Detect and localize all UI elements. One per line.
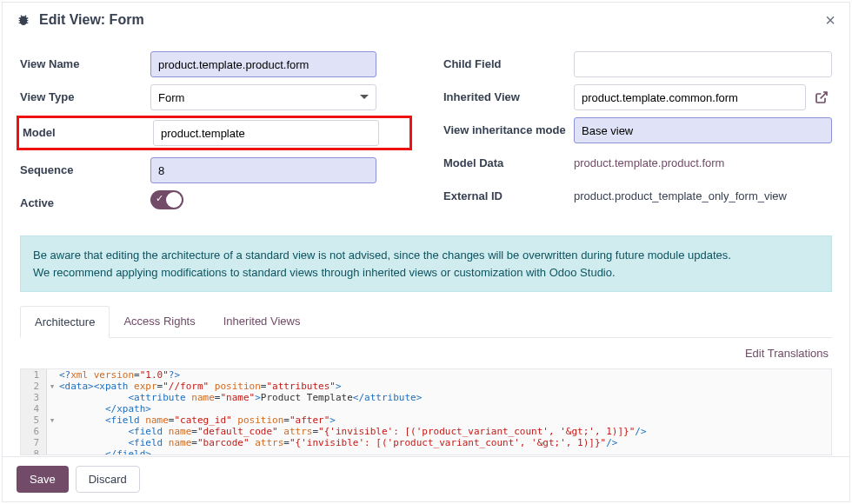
label-model-data: Model Data [443, 150, 574, 169]
child-field-input[interactable] [574, 51, 832, 77]
view-name-input[interactable] [150, 51, 376, 77]
external-id-text: product.product_template_only_form_view [574, 183, 787, 202]
bug-icon [17, 13, 30, 27]
modal-root: Edit View: Form × View Name View Type Fo… [2, 2, 850, 502]
alert-line-1: Be aware that editing the architecture o… [33, 247, 819, 264]
label-view-name: View Name [20, 51, 150, 70]
label-model: Model [23, 120, 153, 139]
left-column: View Name View Type Form Model Sequence [20, 51, 409, 223]
tab-inherited-views[interactable]: Inherited Views [210, 306, 315, 337]
modal-title: Edit View: Form [39, 12, 144, 28]
inherited-view-input[interactable] [574, 84, 806, 110]
label-external-id: External ID [443, 183, 574, 202]
tab-access-rights[interactable]: Access Rights [110, 306, 209, 337]
sequence-input[interactable] [150, 157, 376, 183]
edit-translations-link[interactable]: Edit Translations [20, 338, 832, 368]
warning-alert: Be aware that editing the architecture o… [20, 235, 832, 292]
modal-header: Edit View: Form × [3, 3, 849, 37]
label-active: Active [20, 190, 150, 209]
close-icon[interactable]: × [825, 11, 835, 29]
tab-architecture[interactable]: Architecture [20, 306, 110, 338]
alert-line-2: We recommend applying modifications to s… [33, 264, 819, 282]
model-data-link[interactable]: product.template.product.form [574, 150, 724, 169]
tabs-bar: Architecture Access Rights Inherited Vie… [20, 306, 832, 338]
code-editor[interactable]: 1 <?xml version="1.0"?> 2▾<data><xpath e… [20, 368, 832, 455]
model-highlight-box: Model [17, 116, 412, 150]
right-column: Child Field Inherited View View inherita… [443, 51, 832, 223]
label-inherit-mode: View inheritance mode [443, 117, 574, 138]
external-link-icon[interactable] [811, 87, 832, 108]
save-button[interactable]: Save [17, 466, 69, 493]
modal-body: View Name View Type Form Model Sequence [3, 37, 849, 456]
label-sequence: Sequence [20, 157, 150, 176]
label-inherited-view: Inherited View [443, 84, 574, 103]
label-child-field: Child Field [443, 51, 574, 70]
discard-button[interactable]: Discard [76, 466, 140, 493]
active-toggle[interactable] [150, 190, 183, 209]
view-type-select[interactable]: Form [150, 84, 376, 110]
label-view-type: View Type [20, 84, 150, 103]
modal-footer: Save Discard [3, 456, 849, 501]
model-input[interactable] [153, 120, 379, 146]
inherit-mode-select[interactable]: Base view [574, 117, 832, 143]
